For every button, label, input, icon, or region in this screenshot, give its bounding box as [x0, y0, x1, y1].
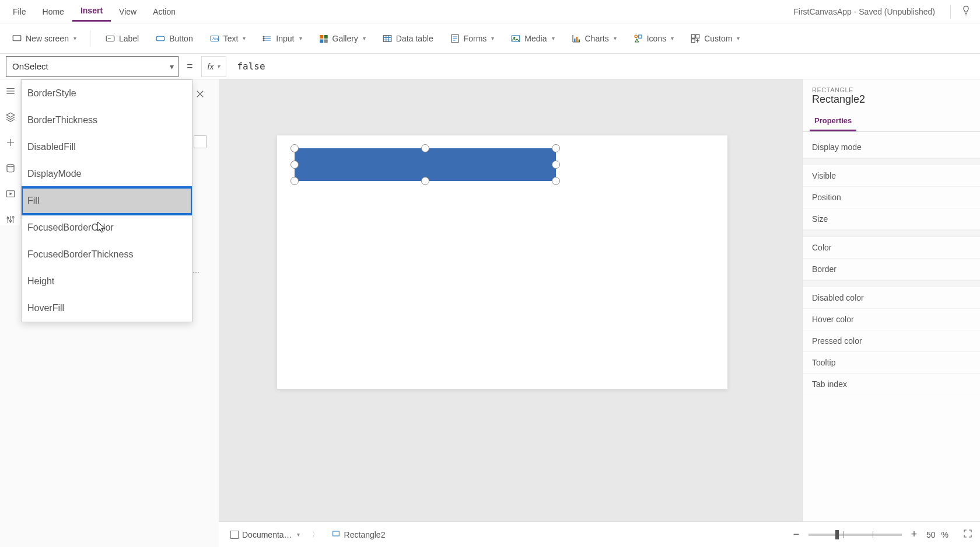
custom-menu[interactable]: Custom ▾ [683, 30, 747, 47]
property-option-height[interactable]: Height [22, 268, 192, 295]
chevron-down-icon: ▾ [671, 35, 674, 41]
prop-row-disabledcolor[interactable]: Disabled color [803, 287, 980, 309]
svg-rect-17 [576, 37, 578, 42]
resize-handle-w[interactable] [290, 161, 299, 169]
label-button[interactable]: Label [98, 30, 146, 47]
svg-rect-11 [324, 39, 327, 43]
prop-row-displaymode[interactable]: Display mode [803, 137, 980, 158]
prop-row-position[interactable]: Position [803, 187, 980, 208]
resize-handle-n[interactable] [421, 144, 429, 152]
tree-ellipsis[interactable]: ⋯ [192, 269, 203, 277]
menu-view[interactable]: View [111, 2, 145, 21]
property-dropdown[interactable]: BorderStyle BorderThickness DisabledFill… [21, 79, 192, 322]
fx-button[interactable]: fx ▾ [201, 56, 227, 77]
layers-icon[interactable] [5, 111, 16, 123]
screen-icon [230, 531, 239, 539]
group-divider [803, 230, 980, 237]
breadcrumb-separator: 〉 [312, 529, 320, 540]
data-table-button[interactable]: Data table [375, 30, 440, 47]
prop-row-pressedcolor[interactable]: Pressed color [803, 330, 980, 352]
svg-rect-22 [696, 34, 699, 38]
svg-rect-9 [324, 35, 327, 39]
menu-action[interactable]: Action [145, 2, 184, 21]
svg-rect-12 [383, 35, 391, 41]
resize-handle-se[interactable] [552, 177, 560, 185]
menu-insert[interactable]: Insert [72, 1, 111, 22]
property-option-focusedbordercolor[interactable]: FocusedBorderColor [22, 214, 192, 241]
resize-handle-nw[interactable] [290, 144, 299, 152]
property-option-borderstyle[interactable]: BorderStyle [22, 80, 192, 107]
app-title: FirstCanvasApp - Saved (Unpublished) [793, 7, 944, 16]
prop-row-tooltip[interactable]: Tooltip [803, 352, 980, 374]
text-menu[interactable]: Abc Text ▾ [202, 30, 253, 47]
input-menu[interactable]: Input ▾ [255, 30, 309, 47]
label-icon [105, 33, 116, 44]
prop-row-size[interactable]: Size [803, 208, 980, 230]
breadcrumb-screen[interactable]: Documenta… ▾ [226, 528, 304, 542]
property-option-fill[interactable]: Fill [22, 187, 192, 214]
property-selector[interactable]: ▾ [6, 56, 178, 77]
breadcrumb-screen-label: Documenta… [242, 530, 292, 539]
prop-row-color[interactable]: Color [803, 237, 980, 259]
canvas-area[interactable] [219, 79, 802, 521]
zoom-slider-thumb[interactable] [835, 530, 839, 539]
property-option-hoverfill[interactable]: HoverFill [22, 295, 192, 322]
button-text: Button [169, 34, 192, 43]
resize-handle-sw[interactable] [290, 177, 299, 185]
fullscreen-icon[interactable] [963, 528, 973, 541]
fx-label: fx [208, 62, 214, 71]
resize-handle-e[interactable] [552, 161, 560, 169]
insert-plus-icon[interactable] [5, 137, 16, 148]
tab-properties[interactable]: Properties [810, 112, 856, 131]
prop-row-visible[interactable]: Visible [803, 165, 980, 187]
property-option-disabledfill[interactable]: DisabledFill [22, 134, 192, 161]
prop-row-border[interactable]: Border [803, 259, 980, 280]
properties-panel: RECTANGLE Rectangle2 Properties Display … [802, 79, 980, 521]
property-option-focusedborderthickness[interactable]: FocusedBorderThickness [22, 241, 192, 268]
forms-menu[interactable]: Forms ▾ [443, 30, 502, 47]
charts-menu[interactable]: Charts ▾ [564, 30, 624, 47]
svg-rect-0 [13, 35, 21, 40]
formula-input[interactable] [232, 56, 974, 77]
media-menu[interactable]: Media ▾ [503, 30, 561, 47]
menu-file[interactable]: File [5, 2, 34, 21]
svg-point-19 [635, 35, 638, 38]
rectangle-shape[interactable] [295, 148, 556, 181]
resize-handle-ne[interactable] [552, 144, 560, 152]
tree-close-button[interactable] [195, 89, 209, 103]
canvas-page[interactable] [277, 135, 727, 389]
property-option-borderthickness[interactable]: BorderThickness [22, 107, 192, 134]
media-rail-icon[interactable] [5, 188, 16, 200]
zoom-slider[interactable] [808, 534, 902, 536]
formula-bar: ▾ = fx ▾ [0, 54, 980, 79]
app-checker-icon[interactable] [957, 5, 975, 18]
tree-view-icon[interactable] [5, 85, 16, 97]
prop-row-hovercolor[interactable]: Hover color [803, 309, 980, 330]
divider [90, 30, 91, 47]
zoom-percent: 50 [926, 530, 936, 539]
gallery-menu[interactable]: Gallery ▾ [312, 30, 373, 47]
zoom-out-button[interactable]: − [790, 528, 803, 541]
property-option-displaymode[interactable]: DisplayMode [22, 161, 192, 187]
data-table-icon [382, 33, 393, 44]
zoom-in-button[interactable]: + [908, 528, 921, 541]
new-screen-button[interactable]: New screen ▾ [5, 30, 83, 47]
data-table-label: Data table [396, 34, 433, 43]
breadcrumb-control[interactable]: Rectangle2 [327, 527, 390, 542]
svg-text:Abc: Abc [212, 37, 218, 40]
menu-home[interactable]: Home [34, 2, 72, 21]
icons-icon [633, 33, 643, 44]
tools-icon[interactable] [5, 214, 16, 225]
property-selector-input[interactable] [6, 56, 178, 77]
svg-rect-8 [320, 35, 323, 39]
left-rail [0, 79, 21, 225]
button-button[interactable]: Button [148, 30, 200, 47]
svg-rect-18 [578, 39, 579, 42]
breadcrumb-control-label: Rectangle2 [344, 530, 386, 539]
chevron-down-icon: ▾ [243, 35, 246, 41]
icons-menu[interactable]: Icons ▾ [626, 30, 681, 47]
selection-name: Rectangle2 [803, 93, 980, 112]
prop-row-tabindex[interactable]: Tab index [803, 374, 980, 395]
resize-handle-s[interactable] [421, 177, 429, 185]
data-icon[interactable] [5, 162, 16, 174]
